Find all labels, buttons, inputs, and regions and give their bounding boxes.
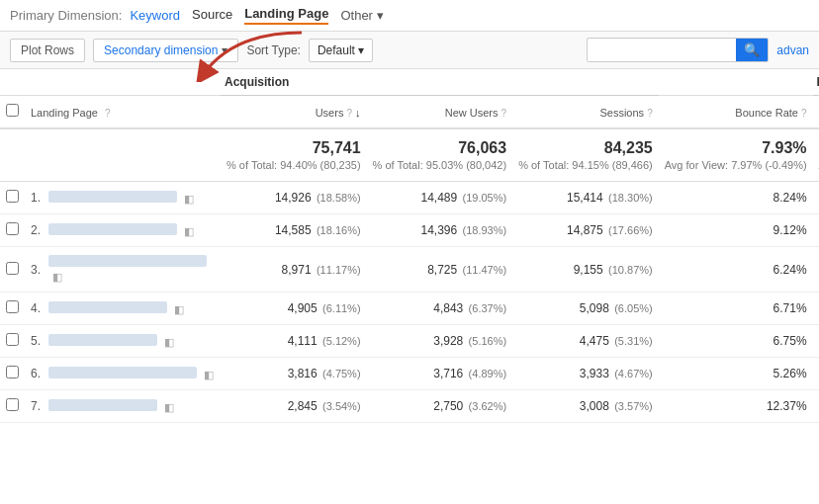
row-checkbox[interactable] xyxy=(6,366,19,378)
row-new-users-cell: 8,725 (11.47%) xyxy=(367,247,513,293)
new-users-col-header[interactable]: New Users ? xyxy=(367,96,513,129)
totals-row: 75,741 % of Total: 94.40% (80,235) 76,06… xyxy=(0,128,819,182)
help-icon-bounce: ? xyxy=(801,108,807,119)
group-header-row: Acquisition Behavior xyxy=(0,69,819,96)
table-row: 6. ◧ 3,816 (4.75%) 3,716 (4.89%) 3,933 (… xyxy=(0,358,819,390)
help-icon-lp: ? xyxy=(105,108,111,119)
page-link-blurred[interactable] xyxy=(48,399,157,411)
row-number-cell: 3. xyxy=(25,247,43,293)
behavior-group-header: Behavior xyxy=(813,69,819,96)
advanced-link[interactable]: advan xyxy=(776,43,809,57)
page-link-blurred[interactable] xyxy=(48,301,167,313)
row-checkbox-cell xyxy=(0,390,25,423)
copy-icon[interactable]: ◧ xyxy=(174,303,184,315)
users-col-header[interactable]: Users ? ↓ xyxy=(221,96,367,129)
copy-icon[interactable]: ◧ xyxy=(52,271,62,283)
row-page-cell: ◧ xyxy=(43,247,221,293)
checkbox-header xyxy=(0,96,25,129)
help-icon-new-users: ? xyxy=(501,108,507,119)
row-checkbox-cell xyxy=(0,247,25,293)
row-sessions-cell: 3,933 (4.67%) xyxy=(512,358,659,390)
row-bounce-rate-cell: 12.37% xyxy=(659,390,813,423)
totals-label-cell xyxy=(25,128,221,182)
row-sessions-cell: 9,155 (10.87%) xyxy=(512,247,659,293)
row-users-cell: 4,905 (6.11%) xyxy=(221,293,367,325)
row-checkbox[interactable] xyxy=(6,262,19,275)
row-checkbox[interactable] xyxy=(6,398,19,411)
secondary-dimension-button[interactable]: Secondary dimension xyxy=(93,39,238,62)
row-checkbox[interactable] xyxy=(6,333,19,346)
nav-landing-page[interactable]: Landing Page xyxy=(244,6,328,25)
acquisition-group-header: Acquisition xyxy=(221,69,659,96)
totals-bounce-cell: 7.93% Avg for View: 7.97% (-0.49%) xyxy=(659,128,813,182)
row-users-cell: 8,971 (11.17%) xyxy=(221,247,367,293)
page-link-blurred[interactable] xyxy=(48,191,177,203)
sort-type-label: Sort Type: xyxy=(246,43,300,57)
row-users-cell: 2,845 (3.54%) xyxy=(221,390,367,423)
row-page-cell: ◧ xyxy=(43,325,221,358)
page-link-blurred[interactable] xyxy=(48,367,197,378)
bounce-rate-col-header[interactable]: Bounce Rate ? xyxy=(659,96,813,129)
page-link-blurred[interactable] xyxy=(48,255,207,267)
table-row: 1. ◧ 14,926 (18.58%) 14,489 (19.05%) 15,… xyxy=(0,182,819,214)
copy-icon[interactable]: ◧ xyxy=(184,193,194,205)
toolbar: Plot Rows Secondary dimension Sort Type:… xyxy=(0,32,819,69)
totals-new-users-cell: 76,063 % of Total: 95.03% (80,042) xyxy=(367,128,513,182)
totals-users-cell: 75,741 % of Total: 94.40% (80,235) xyxy=(221,128,367,182)
totals-checkbox-cell xyxy=(0,128,25,182)
row-checkbox[interactable] xyxy=(6,190,19,203)
search-input[interactable] xyxy=(588,40,736,61)
sessions-col-header[interactable]: Sessions ? xyxy=(512,96,659,129)
row-checkbox-cell xyxy=(0,358,25,390)
row-bounce-rate-cell: 5.26% xyxy=(659,358,813,390)
row-number-cell: 7. xyxy=(25,390,43,423)
plot-rows-button[interactable]: Plot Rows xyxy=(10,39,85,62)
copy-icon[interactable]: ◧ xyxy=(184,225,194,237)
row-users-cell: 4,111 (5.12%) xyxy=(221,325,367,358)
row-pages-session-cell: 1.08 xyxy=(813,214,819,247)
row-page-cell: ◧ xyxy=(43,390,221,423)
row-sessions-cell: 4,475 (5.31%) xyxy=(512,325,659,358)
row-sessions-cell: 15,414 (18.30%) xyxy=(512,182,659,214)
nav-keyword[interactable]: Keyword xyxy=(130,8,180,23)
help-icon-sessions: ? xyxy=(647,108,653,119)
row-checkbox[interactable] xyxy=(6,222,19,235)
row-page-cell: ◧ xyxy=(43,214,221,247)
row-new-users-cell: 3,928 (5.16%) xyxy=(367,325,513,358)
sort-arrow-users: ↓ xyxy=(355,107,361,119)
nav-other[interactable]: Other xyxy=(340,8,383,23)
pages-session-col-header[interactable]: Pages / Session ? xyxy=(813,96,819,129)
table-row: 5. ◧ 4,111 (5.12%) 3,928 (5.16%) 4,475 (… xyxy=(0,325,819,358)
row-page-cell: ◧ xyxy=(43,182,221,214)
totals-sessions-cell: 84,235 % of Total: 94.15% (89,466) xyxy=(512,128,659,182)
sort-default-button[interactable]: Default xyxy=(309,39,373,62)
row-pages-session-cell: 1.25 xyxy=(813,390,819,423)
row-page-cell: ◧ xyxy=(43,358,221,390)
search-icon[interactable]: 🔍 xyxy=(736,39,768,61)
row-sessions-cell: 5,098 (6.05%) xyxy=(512,293,659,325)
nav-source[interactable]: Source xyxy=(192,7,232,24)
page-link-blurred[interactable] xyxy=(48,334,157,346)
row-bounce-rate-cell: 9.12% xyxy=(659,214,813,247)
copy-icon[interactable]: ◧ xyxy=(204,369,214,380)
copy-icon[interactable]: ◧ xyxy=(164,401,174,413)
row-number-cell: 1. xyxy=(25,182,43,214)
row-number-cell: 2. xyxy=(25,214,43,247)
table-row: 3. ◧ 8,971 (11.17%) 8,725 (11.47%) 9,155… xyxy=(0,247,819,293)
row-users-cell: 14,926 (18.58%) xyxy=(221,182,367,214)
copy-icon[interactable]: ◧ xyxy=(164,336,174,348)
search-box: 🔍 xyxy=(587,38,769,62)
column-headers-row: Landing Page ? Users ? ↓ New Users ? Ses… xyxy=(0,96,819,129)
primary-dimension-nav: Primary Dimension: Keyword Source Landin… xyxy=(0,0,819,32)
row-pages-session-cell: 1.15 xyxy=(813,247,819,293)
row-page-cell: ◧ xyxy=(43,293,221,325)
row-number-cell: 4. xyxy=(25,293,43,325)
page-link-blurred[interactable] xyxy=(48,223,177,235)
row-checkbox[interactable] xyxy=(6,300,19,313)
row-sessions-cell: 14,875 (17.66%) xyxy=(512,214,659,247)
row-checkbox-cell xyxy=(0,293,25,325)
select-all-checkbox[interactable] xyxy=(6,104,19,117)
row-bounce-rate-cell: 6.24% xyxy=(659,247,813,293)
row-new-users-cell: 14,396 (18.93%) xyxy=(367,214,513,247)
row-pages-session-cell: 1.33 xyxy=(813,325,819,358)
